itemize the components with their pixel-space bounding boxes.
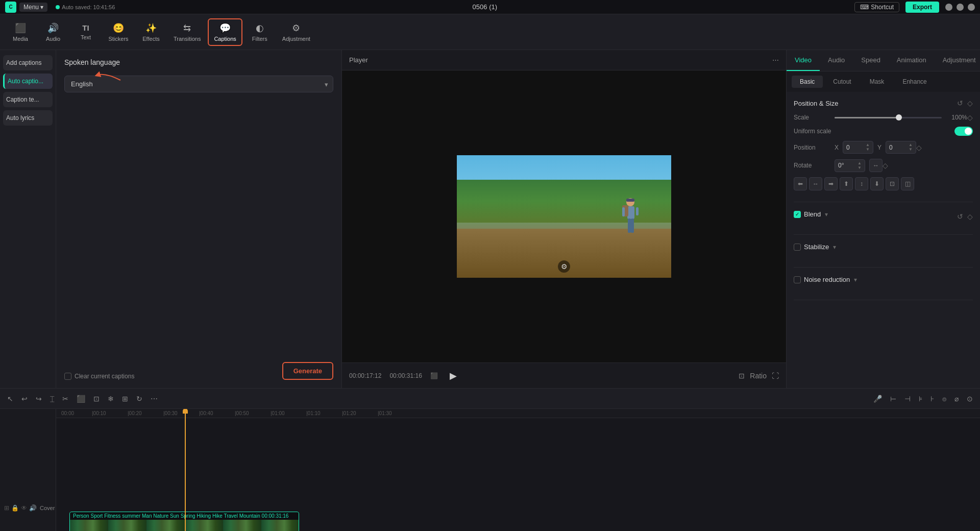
blend-diamond-icon[interactable]: ◇ [967, 212, 973, 221]
track-eye-icon[interactable]: 👁 [21, 504, 27, 512]
y-input[interactable]: 0 ▲ ▼ [886, 141, 916, 154]
align-center-v-icon[interactable]: ↕ [855, 177, 868, 190]
undo-button[interactable]: ↩ [19, 393, 30, 405]
auto-caption-button[interactable]: Auto captio... [3, 74, 53, 89]
subtab-cutout[interactable]: Cutout [825, 76, 859, 88]
tool-media[interactable]: ⬛ Media [5, 19, 36, 45]
align-bottom-icon[interactable]: ⬇ [870, 177, 884, 190]
y-label: Y [877, 144, 881, 151]
play-button[interactable]: ▶ [446, 369, 460, 383]
rotate-btn[interactable]: ↻ [134, 393, 144, 405]
tool-effects[interactable]: ✨ Effects [136, 19, 166, 45]
fit-screen-icon[interactable]: ⊡ [739, 372, 745, 380]
position-size-diamond-icon[interactable]: ◇ [967, 99, 973, 107]
playhead[interactable] [185, 409, 186, 531]
maximize-button[interactable] [957, 4, 964, 11]
rotate-input[interactable]: 0° ▲ ▼ [835, 159, 865, 172]
tool-stickers[interactable]: 😊 Stickers [103, 19, 134, 45]
ratio-button[interactable]: Ratio [750, 372, 767, 380]
noise-reduction-checkbox[interactable] [794, 276, 801, 283]
video-clip[interactable]: Person Sport Fitness summer Man Nature S… [69, 512, 299, 531]
menu-button[interactable]: Menu ▾ [19, 3, 47, 12]
close-button[interactable] [968, 4, 975, 11]
ripple-button[interactable]: ⊧ [917, 393, 924, 405]
align-extra1-icon[interactable]: ⊡ [886, 177, 899, 190]
trim-button[interactable]: ⊢ [888, 393, 898, 405]
split-button[interactable]: ✂ [60, 393, 70, 405]
tab-video[interactable]: Video [787, 50, 820, 71]
redo-button[interactable]: ↪ [34, 393, 44, 405]
delete-button[interactable]: ⬛ [75, 393, 87, 405]
tab-adjustment[interactable]: Adjustment [935, 50, 980, 71]
track-add-icon[interactable]: ⊞ [4, 504, 9, 512]
svg-rect-5 [631, 219, 634, 233]
tab-animation[interactable]: Animation [889, 50, 935, 71]
snapping-button[interactable]: ⊦ [928, 393, 936, 405]
auto-lyrics-button[interactable]: Auto lyrics [3, 110, 53, 126]
subtab-enhance[interactable]: Enhance [894, 76, 935, 88]
align-center-h-icon[interactable]: ↔ [809, 177, 822, 190]
stabilize-checkbox[interactable] [794, 244, 801, 251]
tool-captions[interactable]: 💬 Captions [208, 18, 242, 46]
track-audio-icon[interactable]: 🔊 [29, 504, 37, 512]
subtab-mask[interactable]: Mask [862, 76, 893, 88]
blend-chevron-icon[interactable]: ▾ [825, 211, 828, 218]
blend-reset-icon[interactable]: ↺ [957, 212, 963, 221]
position-diamond-icon[interactable]: ◇ [916, 143, 922, 152]
split-clip-button[interactable]: ⊣ [902, 393, 913, 405]
align-extra2-icon[interactable]: ◫ [901, 177, 914, 190]
shortcut-button[interactable]: ⌨ Shortcut [854, 2, 899, 12]
mic-button[interactable]: 🎤 [871, 393, 884, 405]
track-lock-icon[interactable]: 🔒 [11, 504, 19, 512]
player-menu-icon[interactable]: ⋯ [772, 56, 779, 64]
export-button[interactable]: Export [905, 2, 939, 13]
align-top-icon[interactable]: ⬆ [840, 177, 853, 190]
stabilize-chevron-icon[interactable]: ▾ [833, 244, 836, 251]
freeze-button[interactable]: ❄ [106, 393, 116, 405]
fullscreen-button[interactable]: ⛶ [772, 372, 779, 380]
scale-slider-thumb[interactable] [896, 114, 902, 120]
uniform-scale-toggle[interactable] [954, 127, 973, 136]
minimize-button[interactable] [945, 4, 952, 11]
generate-button[interactable]: Generate [282, 362, 333, 380]
tool-transitions[interactable]: ⇆ Transitions [168, 19, 206, 45]
timeline-toolbar-right: 🎤 ⊢ ⊣ ⊧ ⊦ ⌾ ⌀ ⊙ [871, 393, 975, 405]
more-tools-button[interactable]: ⋯ [149, 393, 160, 405]
split-at-head-button[interactable]: ⌶ [48, 393, 56, 405]
position-size-reset-icon[interactable]: ↺ [957, 99, 963, 107]
tool-audio-label: Audio [46, 36, 60, 42]
subtab-basic[interactable]: Basic [792, 76, 823, 88]
tool-filters[interactable]: ◐ Filters [244, 19, 275, 45]
y-arrows[interactable]: ▲ ▼ [909, 143, 913, 152]
rotate-arrows[interactable]: ▲ ▼ [857, 161, 862, 170]
tool-audio[interactable]: 🔊 Audio [38, 19, 68, 45]
project-title: 0506 (1) [473, 3, 497, 11]
player-settings-overlay-icon[interactable]: ⚙ [558, 260, 570, 273]
tool-text[interactable]: TI Text [70, 20, 101, 43]
tab-audio[interactable]: Audio [820, 50, 853, 71]
cursor-tool-button[interactable]: ↖ [5, 393, 15, 405]
scale-diamond-icon[interactable]: ◇ [967, 113, 973, 122]
rotate-flip-btn[interactable]: ↔ [869, 159, 883, 172]
timeline-end-icon[interactable]: ⊙ [965, 393, 975, 405]
toolbar: ⬛ Media 🔊 Audio TI Text 😊 Stickers ✨ Eff… [0, 14, 980, 50]
noise-reduction-chevron-icon[interactable]: ▾ [854, 276, 857, 283]
rotate-diamond-icon[interactable]: ◇ [883, 161, 888, 170]
sticker-btn[interactable]: ⌀ [952, 393, 961, 405]
clear-captions-checkbox[interactable] [64, 373, 71, 380]
scale-slider[interactable] [835, 117, 942, 118]
x-input[interactable]: 0 ▲ ▼ [843, 141, 873, 154]
blend-checkbox[interactable]: ✓ [794, 211, 801, 218]
tab-speed[interactable]: Speed [853, 50, 889, 71]
blend-header: ✓ Blend ▾ ↺ ◇ [794, 210, 973, 222]
caption-btn[interactable]: ⌾ [940, 393, 948, 405]
align-left-icon[interactable]: ⬅ [794, 177, 807, 190]
add-captions-button[interactable]: Add captions [3, 55, 53, 70]
align-right-icon[interactable]: ➡ [824, 177, 838, 190]
tool-adjustment[interactable]: ⚙ Adjustment [277, 19, 315, 45]
x-arrows[interactable]: ▲ ▼ [866, 143, 870, 152]
caption-template-button[interactable]: Caption te... [3, 92, 53, 107]
crop-button[interactable]: ⊡ [91, 393, 102, 405]
mirror-button[interactable]: ⊞ [120, 393, 130, 405]
stabilize-section: Stabilize ▾ [794, 243, 973, 268]
